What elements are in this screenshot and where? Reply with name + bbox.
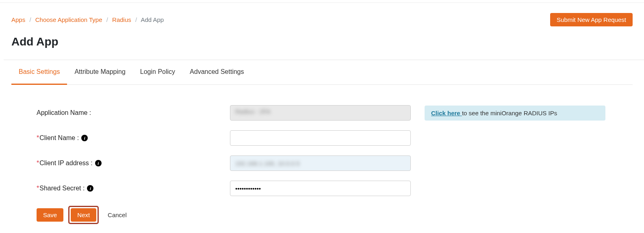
application-name-input: Radius - 2FA [230, 105, 411, 121]
next-button-highlight: Next [68, 206, 99, 224]
client-name-label: Client Name : [39, 134, 79, 142]
info-icon[interactable]: i [81, 135, 88, 141]
breadcrumb-choose-type[interactable]: Choose Application Type [35, 16, 102, 23]
radius-ips-info: Click here to see the miniOrange RADIUS … [425, 106, 605, 121]
client-ip-input[interactable]: 192.168.1.100, 10.0.0.5 [230, 155, 411, 171]
cancel-button[interactable]: Cancel [104, 208, 131, 222]
breadcrumb: Apps / Choose Application Type / Radius … [11, 16, 164, 23]
page-title: Add App [11, 35, 633, 48]
info-icon[interactable]: i [87, 185, 93, 192]
shared-secret-input[interactable] [230, 181, 411, 196]
tabs: Basic Settings Attribute Mapping Login P… [11, 60, 633, 85]
tab-basic-settings[interactable]: Basic Settings [11, 60, 67, 85]
shared-secret-label: Shared Secret : [39, 185, 85, 192]
info-icon[interactable]: i [95, 160, 102, 166]
submit-new-app-request-button[interactable]: Submit New App Request [550, 13, 633, 26]
save-button[interactable]: Save [37, 208, 63, 222]
next-button[interactable]: Next [71, 208, 96, 222]
tab-attribute-mapping[interactable]: Attribute Mapping [67, 60, 132, 85]
tab-advanced-settings[interactable]: Advanced Settings [182, 60, 251, 85]
info-text: to see the miniOrange RADIUS IPs [462, 110, 557, 116]
breadcrumb-apps[interactable]: Apps [11, 16, 25, 23]
click-here-link[interactable]: Click here [431, 110, 462, 116]
tab-login-policy[interactable]: Login Policy [133, 60, 182, 85]
client-name-input[interactable] [230, 130, 411, 146]
breadcrumb-current: Add App [141, 16, 164, 23]
client-ip-label: Client IP address : [39, 160, 92, 167]
breadcrumb-radius[interactable]: Radius [112, 16, 131, 23]
application-name-label: Application Name : [37, 109, 230, 116]
